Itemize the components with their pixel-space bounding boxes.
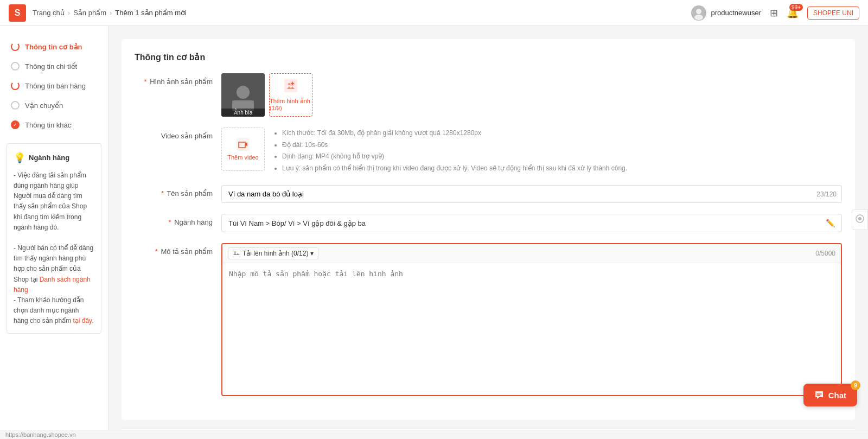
sidebar-icon-other-info (11, 120, 20, 129)
shopee-uni-button[interactable]: SHOPEE UNI (807, 7, 859, 20)
video-upload-icon (237, 138, 250, 152)
chat-button[interactable]: Chat 9 (803, 384, 857, 406)
product-video-label: Video sản phẩm (135, 128, 221, 140)
sidebar-item-shipping[interactable]: Vận chuyển (0, 96, 108, 115)
svg-point-12 (858, 217, 861, 220)
add-video-label: Thêm video (227, 154, 258, 161)
category-edit-icon[interactable]: ✏️ (826, 219, 835, 227)
svg-point-4 (288, 83, 290, 85)
description-textarea[interactable] (222, 263, 841, 393)
industry-tip-text: - Việc đăng tải sản phẩm đúng ngành hàng… (14, 170, 94, 327)
description-row: * Mô tả sản phẩm (135, 243, 842, 396)
add-image-icon (284, 79, 297, 96)
add-image-button[interactable]: Thêm hình ảnh (1/9) (269, 73, 312, 117)
description-field: Tải lên hình ảnh (0/12) ▾ 0/5000 (221, 243, 842, 396)
video-req-1: Độ dài: 10s-60s (282, 139, 627, 151)
chat-badge: 9 (851, 380, 860, 390)
topnav: S Trang chủ › Sản phẩm › Thêm 1 sản phẩm… (0, 0, 868, 26)
video-req-3: Lưu ý: sản phẩm có thể hiển thị trong kh… (282, 163, 627, 175)
category-value: Túi Ví Nam > Bóp/ Ví > Ví gập đôi & gập … (228, 219, 366, 227)
main-content: Thông tin cơ bản * Hình ảnh sản phẩm Ảnh… (108, 26, 868, 439)
sidebar-item-basic-info[interactable]: Thông tin cơ bản (0, 37, 108, 56)
bulb-icon: 💡 (14, 150, 25, 166)
breadcrumb-sep1: › (68, 9, 70, 17)
desc-toolbar-left: Tải lên hình ảnh (0/12) ▾ (228, 247, 318, 259)
category-label: * Ngành hàng (135, 214, 221, 226)
form-card-title: Thông tin cơ bản (135, 52, 842, 62)
avatar (691, 5, 706, 21)
topnav-right: productnewuser ⊞ 🔔 99+ SHOPEE UNI (691, 5, 859, 21)
image-upload-row: Ảnh bìa (221, 73, 842, 117)
breadcrumb-products[interactable]: Sản phẩm (73, 9, 106, 17)
upload-image-label: Tải lên hình ảnh (0/12) (242, 250, 308, 257)
chat-icon (814, 390, 824, 400)
shopee-logo: S (9, 4, 26, 22)
add-video-button[interactable]: Thêm video (221, 128, 265, 171)
username: productnewuser (711, 9, 761, 17)
product-video-field: Thêm video Kích thước: Tối đa 30Mb, độ p… (221, 128, 842, 174)
breadcrumb-sep2: › (110, 9, 112, 17)
sidebar-icon-basic-info (11, 42, 20, 51)
industry-tip-box: 💡 Ngành hàng - Việc đăng tải sản phẩm đú… (7, 143, 101, 334)
video-req-2: Định dạng: MP4 (không hỗ trợ vp9) (282, 151, 627, 163)
product-name-row: * Tên sản phẩm 23/120 (135, 185, 842, 203)
bell-icon[interactable]: 🔔 99+ (787, 7, 799, 19)
page-layout: Thông tin cơ bản Thông tin chi tiết Thôn… (0, 26, 868, 439)
video-req-0: Kích thước: Tối đa 30Mb, độ phân giải kh… (282, 128, 627, 139)
grid-icon[interactable]: ⊞ (770, 7, 778, 19)
breadcrumb: Trang chủ › Sản phẩm › Thêm 1 sản phẩm m… (33, 9, 187, 17)
product-name-field: 23/120 (221, 185, 842, 203)
product-image-label: * Hình ảnh sản phẩm (135, 73, 221, 86)
sidebar-label-shipping: Vận chuyển (25, 101, 63, 110)
product-image-row: * Hình ảnh sản phẩm Ảnh bìa (135, 73, 842, 117)
image-upload-icon (233, 250, 240, 257)
upload-dropdown-icon: ▾ (310, 250, 314, 257)
breadcrumb-home[interactable]: Trang chủ (33, 9, 65, 17)
video-requirements: Kích thước: Tối đa 30Mb, độ phân giải kh… (273, 128, 627, 174)
svg-point-1 (696, 9, 701, 14)
industry-tip-header: 💡 Ngành hàng (14, 150, 94, 166)
bell-badge: 99+ (789, 4, 803, 11)
product-name-counter: 23/120 (816, 190, 837, 198)
desc-toolbar: Tải lên hình ảnh (0/12) ▾ 0/5000 (222, 244, 841, 263)
category-row: * Ngành hàng Túi Ví Nam > Bóp/ Ví > Ví g… (135, 214, 842, 232)
sidebar-item-sales-info[interactable]: Thông tin bán hàng (0, 76, 108, 96)
sidebar-label-basic-info: Thông tin cơ bản (25, 43, 82, 51)
cover-label: Ảnh bìa (221, 109, 265, 117)
product-name-input[interactable] (221, 185, 842, 203)
description-box: Tải lên hình ảnh (0/12) ▾ 0/5000 (221, 243, 842, 396)
description-label: * Mô tả sản phẩm (135, 243, 221, 256)
sidebar-label-sales-info: Thông tin bán hàng (25, 82, 86, 90)
sidebar-label-other-info: Thông tin khác (25, 121, 71, 129)
product-name-label: * Tên sản phẩm (135, 185, 221, 198)
product-name-wrapper: 23/120 (221, 185, 842, 203)
upload-image-button[interactable]: Tải lên hình ảnh (0/12) ▾ (228, 247, 318, 259)
svg-point-2 (694, 15, 703, 20)
required-star: * (144, 78, 147, 86)
sidebar-icon-shipping (11, 101, 20, 110)
chat-label: Chat (828, 391, 846, 400)
basic-info-card: Thông tin cơ bản * Hình ảnh sản phẩm Ảnh… (122, 39, 855, 420)
industry-tip-title: Ngành hàng (29, 152, 69, 164)
sidebar-label-detail-info: Thông tin chi tiết (25, 62, 77, 71)
product-image-field: Ảnh bìa (221, 73, 842, 117)
svg-rect-9 (233, 250, 240, 257)
sidebar: Thông tin cơ bản Thông tin chi tiết Thôn… (0, 26, 108, 439)
desc-counter: 0/5000 (815, 250, 835, 257)
status-bar: https://banhang.shopee.vn (0, 430, 868, 439)
sidebar-item-other-info[interactable]: Thông tin khác (0, 115, 108, 135)
sidebar-icon-sales-info (11, 81, 20, 90)
user-info: productnewuser (691, 5, 761, 21)
industry-link-here[interactable]: tại đây (73, 317, 92, 325)
category-field[interactable]: Túi Ví Nam > Bóp/ Ví > Ví gập đôi & gập … (221, 214, 842, 232)
svg-point-10 (234, 251, 236, 253)
video-upload-area: Thêm video Kích thước: Tối đa 30Mb, độ p… (221, 128, 842, 174)
settings-side-icon[interactable] (852, 209, 868, 230)
sidebar-item-detail-info[interactable]: Thông tin chi tiết (0, 56, 108, 76)
add-image-label: Thêm hình ảnh (1/9) (270, 98, 312, 111)
status-url: https://banhang.shopee.vn (5, 431, 76, 438)
sidebar-icon-detail-info (11, 62, 20, 71)
product-video-row: Video sản phẩm Thêm video (135, 128, 842, 174)
breadcrumb-current: Thêm 1 sản phẩm mới (115, 9, 187, 17)
product-image-thumb[interactable]: Ảnh bìa (221, 73, 265, 117)
